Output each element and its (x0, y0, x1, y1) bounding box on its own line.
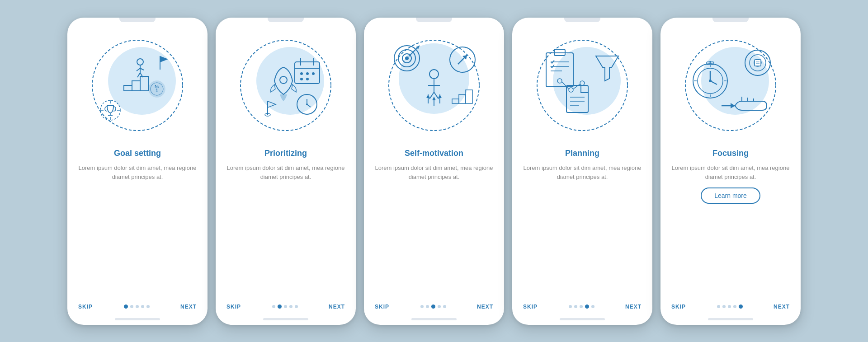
learn-more-button[interactable]: Learn more (701, 187, 760, 204)
phone-notch-4 (564, 18, 600, 22)
dot-3-3 (431, 305, 435, 309)
dot-5-2 (722, 305, 726, 308)
skip-button-4[interactable]: SKIP (523, 304, 538, 310)
phone-content-5: Focusing Lorem ipsum dolor sit dim amet,… (660, 149, 801, 304)
illustration-goal-setting: № 1 (67, 22, 208, 149)
phone-nav-3: SKIP NEXT (364, 304, 504, 310)
dot-5-1 (717, 305, 720, 308)
skip-button-5[interactable]: SKIP (671, 304, 686, 310)
next-button-2[interactable]: NEXT (329, 304, 345, 310)
dot-3-2 (426, 305, 429, 308)
phone-title-2: Prioritizing (264, 149, 307, 158)
skip-button-3[interactable]: SKIP (375, 304, 389, 310)
dot-4-4 (585, 305, 589, 309)
dot-1-4 (141, 305, 144, 308)
next-button-1[interactable]: NEXT (180, 304, 197, 310)
home-bar-5 (708, 318, 753, 320)
svg-point-24 (256, 47, 324, 115)
svg-point-34 (300, 78, 303, 80)
svg-rect-101 (755, 60, 761, 66)
dot-5-3 (728, 305, 731, 308)
dot-3-1 (420, 305, 424, 308)
phone-nav-1: SKIP NEXT (67, 304, 208, 310)
home-bar-3 (411, 318, 457, 320)
dot-1-3 (136, 305, 139, 308)
nav-dots-5 (717, 305, 743, 309)
nav-dots-1 (124, 305, 150, 309)
phone-content-4: Planning Lorem ipsum dolor sit dim amet,… (512, 149, 652, 304)
phone-planning: Planning Lorem ipsum dolor sit dim amet,… (512, 18, 652, 325)
dot-3-4 (438, 305, 441, 308)
dot-4-1 (569, 305, 572, 308)
phone-self-motivation: Self-motivation Lorem ipsum dolor sit di… (364, 18, 504, 325)
svg-point-35 (306, 78, 309, 80)
svg-point-48 (405, 56, 409, 60)
next-button-3[interactable]: NEXT (477, 304, 493, 310)
dot-2-2 (278, 305, 282, 309)
dot-4-2 (574, 305, 577, 308)
dot-2-1 (272, 305, 275, 308)
svg-point-68 (553, 47, 621, 115)
home-bar-1 (115, 318, 160, 320)
phone-nav-4: SKIP NEXT (512, 304, 652, 310)
phone-body-5: Lorem ipsum dolor sit dim amet, mea regi… (671, 164, 790, 183)
dot-5-4 (733, 305, 736, 308)
phone-content-1: Goal setting Lorem ipsum dolor sit dim a… (67, 149, 208, 304)
phone-notch-1 (119, 18, 156, 22)
phone-notch-2 (268, 18, 304, 22)
illustration-focusing (660, 22, 801, 149)
phone-content-2: Prioritizing Lorem ipsum dolor sit dim a… (216, 149, 356, 304)
phone-content-3: Self-motivation Lorem ipsum dolor sit di… (364, 149, 504, 304)
phone-body-3: Lorem ipsum dolor sit dim amet, mea regi… (375, 164, 493, 183)
dot-1-1 (124, 305, 128, 309)
phone-title-1: Goal setting (114, 149, 161, 158)
phone-nav-5: SKIP NEXT (660, 304, 801, 310)
svg-point-93 (709, 61, 711, 63)
svg-point-91 (709, 80, 712, 82)
phone-title-5: Focusing (712, 149, 749, 158)
phone-title-3: Self-motivation (405, 149, 463, 158)
dot-1-2 (130, 305, 133, 308)
phone-body-4: Lorem ipsum dolor sit dim amet, mea regi… (523, 164, 642, 183)
home-bar-2 (263, 318, 308, 320)
svg-point-33 (312, 72, 315, 75)
dot-2-4 (289, 305, 292, 308)
dot-5-5 (739, 305, 743, 309)
dot-2-3 (284, 305, 287, 308)
phone-prioritizing: Prioritizing Lorem ipsum dolor sit dim a… (216, 18, 356, 325)
illustration-self-motivation (364, 22, 504, 149)
svg-rect-56 (466, 90, 472, 103)
svg-point-32 (306, 72, 309, 75)
dot-1-5 (146, 305, 150, 308)
phone-body-1: Lorem ipsum dolor sit dim amet, mea regi… (78, 164, 197, 183)
nav-dots-2 (272, 305, 298, 309)
svg-point-39 (306, 103, 308, 105)
skip-button-2[interactable]: SKIP (226, 304, 241, 310)
skip-button-1[interactable]: SKIP (78, 304, 93, 310)
svg-point-0 (108, 47, 176, 115)
next-button-5[interactable]: NEXT (774, 304, 790, 310)
nav-dots-3 (420, 305, 446, 309)
illustration-prioritizing (216, 22, 356, 149)
phone-body-2: Lorem ipsum dolor sit dim amet, mea regi… (226, 164, 345, 183)
phones-container: № 1 Goal setting Lorem ipsum dolor sit d… (58, 9, 810, 334)
dot-4-5 (591, 305, 594, 308)
phone-goal-setting: № 1 Goal setting Lorem ipsum dolor sit d… (67, 18, 208, 325)
home-bar-4 (560, 318, 605, 320)
dot-4-3 (580, 305, 583, 308)
phone-focusing: Focusing Lorem ipsum dolor sit dim amet,… (660, 18, 801, 325)
nav-dots-4 (569, 305, 594, 309)
phone-notch-3 (416, 18, 452, 22)
next-button-4[interactable]: NEXT (625, 304, 642, 310)
phone-notch-5 (712, 18, 749, 22)
dot-3-5 (443, 305, 446, 308)
svg-point-31 (300, 72, 303, 75)
svg-text:1: 1 (156, 88, 158, 93)
phone-nav-2: SKIP NEXT (216, 304, 356, 310)
dot-2-5 (295, 305, 298, 308)
illustration-planning (512, 22, 652, 149)
phone-title-4: Planning (565, 149, 599, 158)
